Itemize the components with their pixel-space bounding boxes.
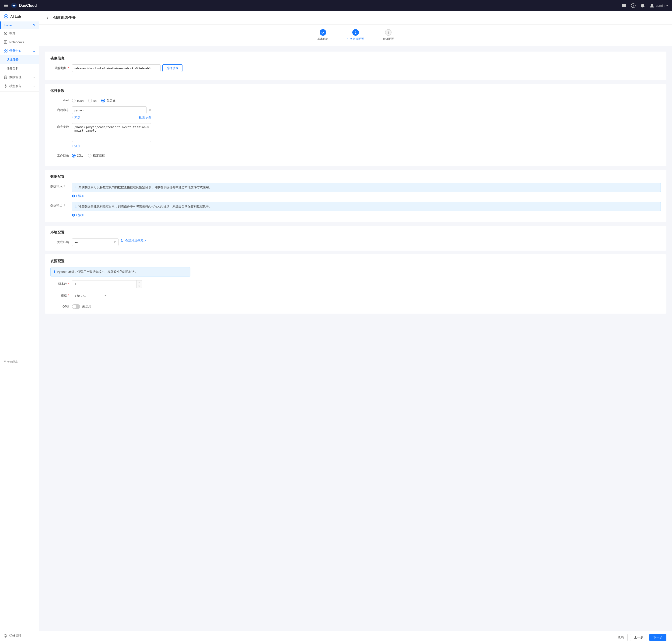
image-addr-input[interactable]	[72, 64, 160, 72]
help-icon[interactable]: ?	[631, 3, 636, 8]
work-dir-default[interactable]: 默认	[72, 154, 83, 158]
cmd-params-textarea[interactable]: /home/jovyan/code/tensorflow/tf-fashion-…	[72, 123, 151, 142]
step-connector-1	[328, 33, 347, 33]
work-dir-custom-radio[interactable]	[88, 154, 92, 157]
step-1-circle	[320, 29, 326, 36]
sidebar-group-task-center[interactable]: 任务中心 ▲	[0, 46, 39, 55]
data-input-info-icon: ℹ	[75, 186, 76, 189]
ops-icon	[4, 634, 8, 638]
page-title: 创建训练任务	[53, 15, 75, 20]
chat-icon[interactable]	[622, 3, 626, 8]
gpu-toggle[interactable]	[72, 304, 80, 309]
choose-image-button[interactable]: 选择镜像	[163, 64, 182, 72]
svg-point-26	[5, 635, 6, 636]
sidebar-item-overview[interactable]: 概览	[0, 29, 39, 38]
env-refresh-icon[interactable]: ↻	[120, 238, 123, 243]
sidebar-platform-admin: 平台管理员	[0, 357, 39, 367]
user-dropdown-icon: ▼	[666, 4, 668, 7]
cmd-params-content: /home/jovyan/code/tensorflow/tf-fashion-…	[72, 123, 661, 148]
start-cmd-add-link[interactable]: + 添加	[72, 115, 81, 119]
step-3: 3 高级配置	[383, 29, 394, 41]
shell-bash-radio[interactable]	[72, 99, 75, 103]
sidebar-item-train-task[interactable]: 训练任务	[0, 55, 39, 64]
spec-row: 规格 1 核 2 G 2 核 4 G 4 核 8 G	[50, 292, 661, 299]
create-env-link[interactable]: 创建环境依赖 ↗	[125, 238, 146, 243]
shell-bash[interactable]: bash	[72, 99, 84, 103]
config-example-link[interactable]: 配置示例	[139, 115, 151, 119]
data-input-add-link[interactable]: + 添加	[72, 194, 84, 198]
resource-config-section: 资源配置 ℹ Pytorch 单机，仅适用与数据集较小、模型较小的训练任务。 副…	[45, 254, 667, 314]
shell-custom[interactable]: 自定义	[101, 98, 116, 103]
shell-options: bash sh 自定义	[72, 97, 661, 103]
replicas-input[interactable]	[72, 281, 136, 288]
main-layout: AI Lab baize ↻ 概览 Notebooks 任务中心 ▲ 训练任务 …	[0, 11, 672, 644]
gpu-toggle-wrap: 未启用	[72, 303, 91, 309]
workspace-refresh-icon[interactable]: ↻	[33, 23, 35, 27]
task-center-collapse-icon: ▲	[33, 49, 35, 52]
cancel-button[interactable]: 取消	[614, 634, 628, 641]
spec-content: 1 核 2 G 2 核 4 G 4 核 8 G	[72, 292, 661, 299]
data-input-help-icon[interactable]: ?	[63, 185, 65, 188]
sidebar-group-model-service[interactable]: 模型服务 ▼	[0, 82, 39, 91]
sidebar-group-data-mgmt[interactable]: 数据管理 ▼	[0, 73, 39, 82]
sidebar-item-notebooks[interactable]: Notebooks	[0, 38, 39, 46]
gpu-toggle-knob	[72, 305, 76, 309]
shell-radio-group: bash sh 自定义	[72, 97, 116, 103]
start-cmd-clear-icon[interactable]: ✕	[148, 108, 152, 112]
sidebar-workspace[interactable]: baize ↻	[0, 22, 39, 29]
env-select[interactable]: test	[72, 238, 119, 246]
external-link-icon: ↗	[144, 239, 146, 242]
svg-point-20	[4, 76, 7, 77]
data-output-help-icon[interactable]: ?	[63, 204, 65, 207]
shell-sh-radio[interactable]	[88, 99, 92, 103]
task-center-icon	[4, 49, 8, 52]
replicas-content: ▲ ▼	[72, 280, 661, 288]
step-2: 2 任务资源配置	[347, 29, 364, 41]
svg-rect-17	[6, 49, 7, 50]
svg-rect-1	[4, 5, 8, 5]
prev-button[interactable]: 上一步	[630, 634, 647, 641]
svg-rect-16	[4, 49, 5, 50]
work-dir-custom[interactable]: 指定路径	[88, 154, 105, 158]
data-output-add-link[interactable]: + 添加	[72, 213, 84, 217]
sidebar-ops[interactable]: 运维管理	[0, 631, 39, 644]
next-button[interactable]: 下一步	[649, 634, 667, 641]
spec-select[interactable]: 1 核 2 G 2 核 4 G 4 核 8 G	[72, 292, 109, 299]
menu-icon[interactable]	[4, 3, 8, 8]
data-output-row: 数据输出 ? ℹ 将空数据集挂载到指定目录，训练任务中可将需要持久化写入此目录，…	[50, 202, 661, 217]
user-menu[interactable]: admin ▼	[650, 3, 668, 8]
env-row: 关联环境 test ↻ 创建环境依赖 ↗	[50, 238, 661, 246]
shell-sh[interactable]: sh	[88, 99, 97, 103]
data-config-title: 数据配置	[50, 175, 661, 179]
shell-custom-radio[interactable]	[101, 99, 105, 103]
svg-rect-0	[4, 4, 8, 4]
notification-icon[interactable]	[640, 3, 645, 8]
work-dir-default-radio[interactable]	[72, 154, 75, 157]
step-2-circle: 2	[352, 29, 359, 36]
overview-icon	[4, 32, 8, 35]
start-cmd-row: 启动命令 ✕ + 添加 配置示例	[50, 106, 661, 119]
steps-container: 基本信息 2 任务资源配置	[317, 29, 394, 41]
model-service-icon	[4, 84, 8, 88]
cmd-params-textarea-wrap: /home/jovyan/code/tensorflow/tf-fashion-…	[72, 123, 151, 143]
image-addr-content: 选择镜像	[72, 64, 661, 72]
gpu-label: GPU	[50, 303, 69, 308]
start-cmd-input[interactable]	[72, 106, 146, 114]
sidebar-item-ops[interactable]: 运维管理	[0, 631, 39, 640]
back-button[interactable]	[45, 15, 50, 21]
svg-text:?: ?	[632, 4, 634, 8]
work-dir-options: 默认 指定路径	[72, 152, 661, 158]
sidebar-item-task-analysis[interactable]: 任务分析	[0, 64, 39, 73]
data-output-info-box: ℹ 将空数据集挂载到指定目录，训练任务中可将需要持久化写入此目录，系统会自动保存…	[72, 202, 661, 211]
replicas-decrement[interactable]: ▼	[136, 284, 142, 288]
data-input-label: 数据输入 ?	[50, 183, 69, 189]
replicas-increment[interactable]: ▲	[136, 281, 142, 284]
step-connector-2	[364, 33, 383, 33]
top-navigation: DaoCloud ? admin ▼	[0, 0, 672, 11]
page-header: 创建训练任务	[39, 11, 672, 24]
gpu-content: 未启用	[72, 303, 661, 309]
ailab-icon	[4, 14, 8, 19]
cmd-params-clear-icon[interactable]: ✕	[146, 125, 149, 129]
cmd-params-add-link[interactable]: + 添加	[72, 144, 81, 148]
resource-info-box: ℹ Pytorch 单机，仅适用与数据集较小、模型较小的训练任务。	[50, 267, 190, 276]
